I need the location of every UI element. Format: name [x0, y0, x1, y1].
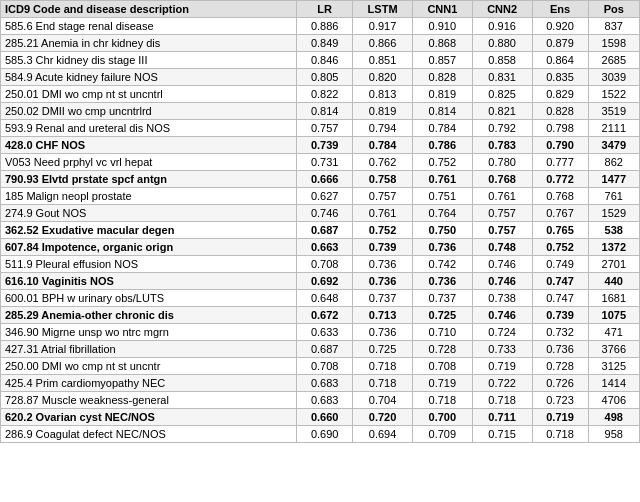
cell-desc: 346.90 Migrne unsp wo ntrc mgrn: [1, 324, 297, 341]
cell-cnn2: 0.757: [472, 205, 532, 222]
cell-desc: 600.01 BPH w urinary obs/LUTS: [1, 290, 297, 307]
cell-lstm: 0.718: [353, 358, 413, 375]
table-row: 285.29 Anemia-other chronic dis0.6720.71…: [1, 307, 640, 324]
cell-lr: 0.690: [297, 426, 353, 443]
table-row: V053 Need prphyl vc vrl hepat0.7310.7620…: [1, 154, 640, 171]
cell-cnn1: 0.761: [412, 171, 472, 188]
cell-cnn2: 0.792: [472, 120, 532, 137]
cell-lr: 0.683: [297, 392, 353, 409]
cell-cnn2: 0.719: [472, 358, 532, 375]
cell-cnn1: 0.718: [412, 392, 472, 409]
table-row: 607.84 Impotence, organic orign0.6630.73…: [1, 239, 640, 256]
cell-cnn1: 0.857: [412, 52, 472, 69]
cell-cnn2: 0.768: [472, 171, 532, 188]
cell-lr: 0.849: [297, 35, 353, 52]
cell-lstm: 0.866: [353, 35, 413, 52]
cell-lr: 0.746: [297, 205, 353, 222]
cell-cnn1: 0.751: [412, 188, 472, 205]
table-row: 185 Malign neopl prostate0.6270.7570.751…: [1, 188, 640, 205]
cell-cnn1: 0.728: [412, 341, 472, 358]
cell-cnn2: 0.761: [472, 188, 532, 205]
cell-ens: 0.767: [532, 205, 588, 222]
cell-lstm: 0.794: [353, 120, 413, 137]
cell-pos: 498: [588, 409, 639, 426]
col-header-cnn2: CNN2: [472, 1, 532, 18]
cell-lstm: 0.718: [353, 375, 413, 392]
cell-desc: 362.52 Exudative macular degen: [1, 222, 297, 239]
cell-cnn1: 0.708: [412, 358, 472, 375]
cell-desc: 620.2 Ovarian cyst NEC/NOS: [1, 409, 297, 426]
cell-lstm: 0.819: [353, 103, 413, 120]
col-header-lr: LR: [297, 1, 353, 18]
cell-lr: 0.846: [297, 52, 353, 69]
cell-pos: 3039: [588, 69, 639, 86]
table-row: 600.01 BPH w urinary obs/LUTS0.6480.7370…: [1, 290, 640, 307]
cell-cnn1: 0.736: [412, 239, 472, 256]
cell-cnn2: 0.718: [472, 392, 532, 409]
cell-lr: 0.633: [297, 324, 353, 341]
cell-ens: 0.739: [532, 307, 588, 324]
cell-cnn2: 0.711: [472, 409, 532, 426]
cell-desc: 250.01 DMI wo cmp nt st uncntrl: [1, 86, 297, 103]
cell-pos: 837: [588, 18, 639, 35]
cell-ens: 0.835: [532, 69, 588, 86]
cell-cnn2: 0.733: [472, 341, 532, 358]
table-row: 790.93 Elvtd prstate spcf antgn0.6660.75…: [1, 171, 640, 188]
cell-cnn1: 0.786: [412, 137, 472, 154]
col-header-lstm: LSTM: [353, 1, 413, 18]
cell-ens: 0.829: [532, 86, 588, 103]
cell-desc: 593.9 Renal and ureteral dis NOS: [1, 120, 297, 137]
cell-desc: 427.31 Atrial fibrillation: [1, 341, 297, 358]
cell-cnn2: 0.715: [472, 426, 532, 443]
cell-lstm: 0.737: [353, 290, 413, 307]
table-row: 593.9 Renal and ureteral dis NOS0.7570.7…: [1, 120, 640, 137]
cell-cnn1: 0.736: [412, 273, 472, 290]
cell-lstm: 0.739: [353, 239, 413, 256]
cell-cnn1: 0.719: [412, 375, 472, 392]
cell-cnn1: 0.710: [412, 324, 472, 341]
cell-desc: 274.9 Gout NOS: [1, 205, 297, 222]
cell-lstm: 0.762: [353, 154, 413, 171]
cell-desc: 584.9 Acute kidney failure NOS: [1, 69, 297, 86]
table-row: 362.52 Exudative macular degen0.6870.752…: [1, 222, 640, 239]
cell-cnn2: 0.858: [472, 52, 532, 69]
cell-ens: 0.726: [532, 375, 588, 392]
cell-ens: 0.879: [532, 35, 588, 52]
cell-lr: 0.687: [297, 222, 353, 239]
table-row: 428.0 CHF NOS0.7390.7840.7860.7830.79034…: [1, 137, 640, 154]
cell-ens: 0.864: [532, 52, 588, 69]
cell-cnn1: 0.819: [412, 86, 472, 103]
col-header-ens: Ens: [532, 1, 588, 18]
table-row: 584.9 Acute kidney failure NOS0.8050.820…: [1, 69, 640, 86]
cell-pos: 862: [588, 154, 639, 171]
cell-ens: 0.765: [532, 222, 588, 239]
cell-pos: 3766: [588, 341, 639, 358]
cell-pos: 1529: [588, 205, 639, 222]
cell-lstm: 0.917: [353, 18, 413, 35]
cell-lstm: 0.736: [353, 273, 413, 290]
cell-lr: 0.708: [297, 358, 353, 375]
cell-cnn2: 0.783: [472, 137, 532, 154]
cell-ens: 0.732: [532, 324, 588, 341]
cell-pos: 1414: [588, 375, 639, 392]
cell-cnn1: 0.750: [412, 222, 472, 239]
cell-pos: 1477: [588, 171, 639, 188]
cell-pos: 2685: [588, 52, 639, 69]
cell-pos: 1522: [588, 86, 639, 103]
cell-desc: 790.93 Elvtd prstate spcf antgn: [1, 171, 297, 188]
cell-lstm: 0.736: [353, 256, 413, 273]
cell-desc: 607.84 Impotence, organic orign: [1, 239, 297, 256]
cell-ens: 0.920: [532, 18, 588, 35]
cell-cnn1: 0.784: [412, 120, 472, 137]
cell-lr: 0.757: [297, 120, 353, 137]
table-row: 620.2 Ovarian cyst NEC/NOS0.6600.7200.70…: [1, 409, 640, 426]
cell-ens: 0.749: [532, 256, 588, 273]
table-row: 250.00 DMI wo cmp nt st uncntr0.7080.718…: [1, 358, 640, 375]
cell-cnn1: 0.868: [412, 35, 472, 52]
cell-lstm: 0.813: [353, 86, 413, 103]
cell-ens: 0.747: [532, 290, 588, 307]
table-row: 616.10 Vaginitis NOS0.6920.7360.7360.746…: [1, 273, 640, 290]
cell-lstm: 0.784: [353, 137, 413, 154]
cell-ens: 0.747: [532, 273, 588, 290]
cell-lstm: 0.713: [353, 307, 413, 324]
